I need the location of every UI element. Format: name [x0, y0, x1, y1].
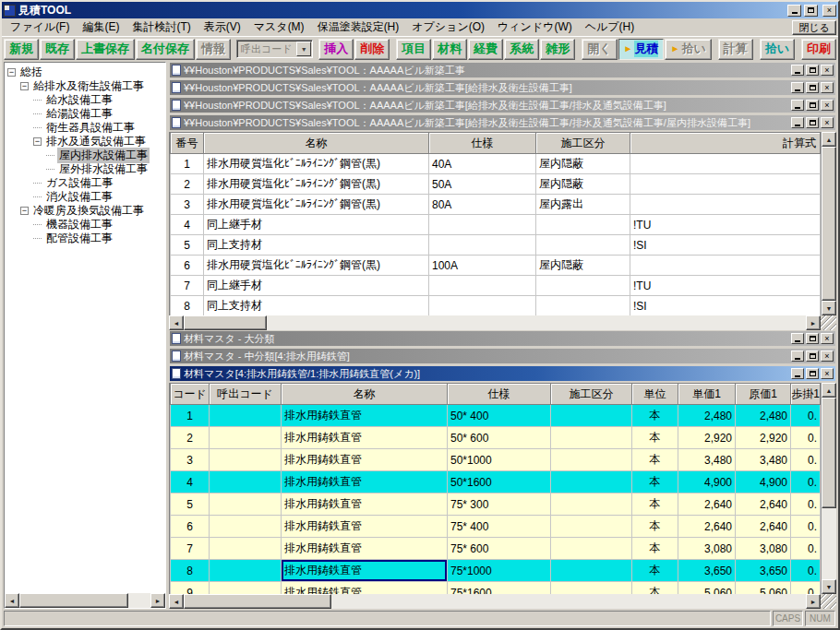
code-cell[interactable]: 7 [171, 538, 210, 560]
formula-cell[interactable]: !SI [630, 296, 821, 316]
mdi-window-titlebar[interactable]: ¥¥Houston¥PRODUCTS¥Sales¥TOOL：AAAAAビル新築工… [169, 114, 836, 131]
scroll-down-button[interactable]: ▼ [822, 579, 836, 594]
close-button[interactable]: × [821, 333, 834, 344]
row-number-cell[interactable]: 6 [171, 256, 204, 276]
scroll-left-button[interactable]: ◄ [169, 594, 184, 609]
code-cell[interactable]: 5 [171, 493, 210, 516]
rate1-cell[interactable]: 0. [791, 405, 821, 427]
spec-cell[interactable] [429, 235, 536, 256]
price1-cell[interactable]: 2,640 [678, 493, 736, 516]
scroll-right-button[interactable]: ► [806, 315, 821, 330]
close-button[interactable]: × [821, 351, 834, 362]
spec-cell[interactable]: 50*1600 [448, 471, 551, 493]
scroll-down-button[interactable]: ▼ [822, 301, 836, 315]
expand-collapse-icon[interactable]: − [7, 68, 16, 77]
menu-item[interactable]: ウィンドウ(W) [491, 18, 579, 36]
toolbar-button[interactable]: ► 雑形 [540, 39, 575, 60]
call-code-cell[interactable] [210, 516, 282, 538]
code-cell[interactable]: 1 [171, 405, 210, 427]
minimize-button[interactable] [791, 351, 804, 362]
tree-item[interactable]: − 給湯設備工事 [7, 107, 164, 121]
division-cell[interactable] [551, 582, 632, 595]
toolbar-button[interactable]: ► 名付保存 [136, 39, 195, 60]
name-cell[interactable]: 排水用鋳鉄直管 [282, 560, 448, 582]
formula-cell[interactable] [630, 195, 821, 215]
mdi-window-titlebar[interactable]: ¥¥Houston¥PRODUCTS¥Sales¥TOOL：AAAAAビル新築工… [169, 97, 836, 113]
scroll-up-button[interactable]: ▲ [822, 132, 836, 147]
rate1-cell[interactable]: 0. [791, 449, 821, 471]
scrollbar-track[interactable] [822, 508, 836, 579]
division-cell[interactable]: 屋内隠蔽 [536, 174, 630, 195]
minimize-button[interactable] [791, 100, 804, 111]
maximize-button[interactable] [806, 82, 819, 93]
toolbar-button[interactable]: ► 材料 [432, 39, 467, 60]
tree-item[interactable]: − 衛生器具設備工事 [7, 121, 164, 135]
row-number-cell[interactable]: 7 [171, 276, 204, 296]
call-code-cell[interactable] [210, 427, 282, 449]
minimize-button[interactable] [791, 82, 804, 93]
formula-cell[interactable]: !TU [630, 215, 821, 235]
menu-item[interactable]: オプション(O) [405, 18, 491, 36]
mdi-window-titlebar[interactable]: 材料マスタ - 中分類[4:排水用鋳鉄管] × [169, 348, 836, 364]
mdi-window-titlebar[interactable]: 材料マスタ[4:排水用鋳鉄管/1:排水用鋳鉄直管(メカ)] × [169, 365, 836, 382]
name-cell[interactable]: 排水用硬質塩化ﾋﾞﾆﾙﾗｲﾆﾝｸﾞ鋼管(黒) [204, 174, 429, 195]
toolbar-button[interactable]: ► 上書保存 [76, 39, 135, 60]
name-cell[interactable]: 同上支持材 [204, 235, 429, 256]
scrollbar-track[interactable] [128, 593, 150, 608]
toolbar-button[interactable]: ► 項目 [396, 39, 431, 60]
expand-collapse-icon[interactable]: − [20, 207, 29, 215]
spec-cell[interactable] [429, 276, 536, 296]
price1-cell[interactable]: 3,480 [678, 449, 736, 471]
row-number-cell[interactable]: 1 [171, 154, 204, 174]
formula-cell[interactable] [630, 256, 821, 276]
tree-item[interactable]: − 排水及通気設備工事 [7, 135, 164, 149]
menu-item[interactable]: ファイル(F) [4, 18, 76, 36]
call-code-cell[interactable] [210, 449, 282, 471]
tree-horizontal-scrollbar[interactable]: ◄ ► [5, 593, 165, 608]
cost1-cell[interactable]: 2,640 [736, 516, 791, 538]
spec-cell[interactable]: 100A [429, 256, 536, 276]
name-cell[interactable]: 排水用鋳鉄直管 [282, 471, 448, 493]
spec-cell[interactable]: 50* 400 [448, 405, 551, 427]
name-cell[interactable]: 同上継手材 [204, 215, 429, 235]
cost1-cell[interactable]: 2,920 [736, 427, 791, 449]
toolbar-button[interactable]: ► 情報 [196, 39, 231, 60]
expand-collapse-icon[interactable]: − [33, 137, 42, 146]
resize-grip[interactable] [821, 315, 836, 330]
name-cell[interactable]: 排水用鋳鉄直管 [282, 538, 448, 560]
minimize-button[interactable] [787, 5, 801, 17]
expand-collapse-icon[interactable]: − [20, 82, 29, 90]
toolbar-button[interactable]: ► 挿入 [318, 39, 354, 60]
spec-cell[interactable]: 75*1600 [448, 582, 551, 595]
call-code-cell[interactable] [210, 538, 282, 560]
maximize-button[interactable] [806, 368, 819, 379]
maximize-button[interactable] [806, 351, 819, 362]
call-code-cell[interactable] [210, 582, 282, 595]
division-cell[interactable] [551, 471, 632, 493]
cost1-cell[interactable]: 3,480 [736, 449, 791, 471]
spec-cell[interactable]: 40A [429, 154, 536, 174]
division-cell[interactable] [536, 215, 630, 235]
cost1-cell[interactable]: 2,640 [736, 493, 791, 516]
resize-grip[interactable] [821, 594, 836, 609]
name-cell[interactable]: 同上継手材 [204, 276, 429, 296]
close-document-button[interactable]: 閉じる [792, 20, 836, 35]
toolbar-button[interactable]: ► 系統 [504, 39, 539, 60]
toolbar-button[interactable]: ► 計算 [718, 39, 753, 60]
close-button[interactable]: × [821, 82, 834, 93]
close-button[interactable]: × [821, 100, 834, 111]
scroll-left-button[interactable]: ◄ [5, 593, 19, 608]
call-code-combobox[interactable]: 呼出コード ▼ [236, 40, 313, 58]
spec-cell[interactable]: 75* 400 [448, 516, 551, 538]
close-button[interactable]: × [821, 117, 834, 128]
row-number-cell[interactable]: 4 [171, 215, 204, 235]
maximize-button[interactable] [806, 100, 819, 111]
tree-item[interactable]: − 総括 [7, 65, 164, 79]
spec-cell[interactable]: 50* 600 [448, 427, 551, 449]
unit-cell[interactable]: 本 [632, 427, 678, 449]
code-cell[interactable]: 2 [171, 427, 210, 449]
menu-item[interactable]: ヘルプ(H) [579, 18, 642, 36]
price1-cell[interactable]: 2,920 [678, 427, 736, 449]
unit-cell[interactable]: 本 [632, 449, 678, 471]
formula-cell[interactable] [630, 154, 821, 174]
